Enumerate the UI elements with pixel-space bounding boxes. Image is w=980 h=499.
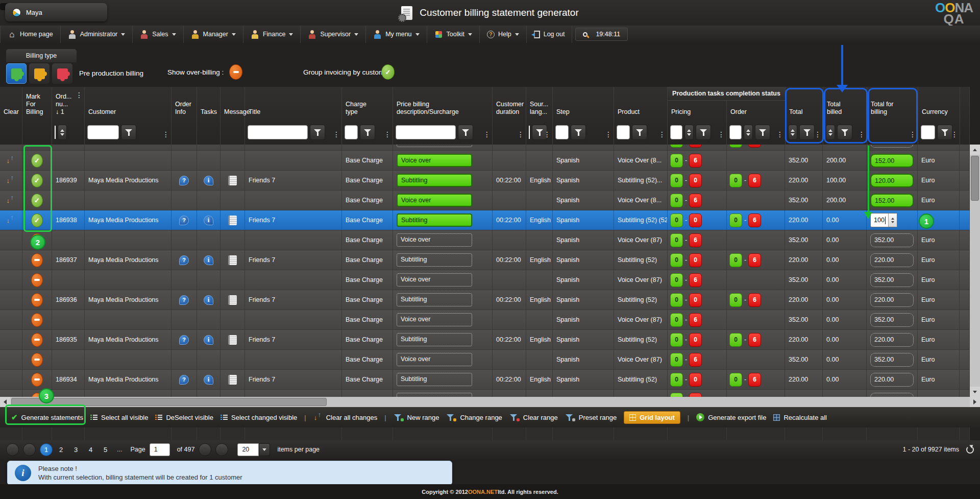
mark-for-billing-icon[interactable] <box>31 353 43 367</box>
column-menu-icon[interactable] <box>483 130 491 138</box>
product-filter-input[interactable] <box>617 125 630 139</box>
description-filter-button[interactable] <box>458 125 473 140</box>
scroll-up-button[interactable] <box>970 145 980 155</box>
order-info-cell[interactable] <box>172 370 197 389</box>
message-cell[interactable] <box>220 290 245 310</box>
message-cell[interactable] <box>220 370 245 389</box>
tasks-cell[interactable] <box>197 370 220 389</box>
vertical-scrollbar[interactable] <box>970 145 980 397</box>
step-filter-button[interactable] <box>571 125 586 140</box>
table-row[interactable]: Base Charge Voice over Spanish Voice Ove… <box>0 230 970 250</box>
row-mark-cell[interactable] <box>22 191 52 210</box>
table-row[interactable]: Base Charge Voice over Spanish Voice Ove… <box>0 270 970 290</box>
order-info-cell[interactable] <box>172 191 197 210</box>
column-header-order-info[interactable]: Order Info <box>172 87 197 145</box>
tasks-cell[interactable] <box>197 350 220 369</box>
message-cell[interactable] <box>220 151 245 170</box>
order-info-icon[interactable] <box>179 295 189 305</box>
tasks-info-icon[interactable] <box>204 375 213 385</box>
row-clear-cell[interactable] <box>0 210 22 230</box>
message-cell[interactable] <box>220 390 245 397</box>
table-row[interactable]: 186934 Maya Media Productions Friends 7 … <box>0 370 970 390</box>
column-header-title[interactable]: Title <box>245 87 342 145</box>
description-filter-input[interactable] <box>396 125 456 139</box>
row-clear-cell[interactable] <box>0 370 22 389</box>
table-row[interactable]: 186939 Maya Media Productions Friends 7 … <box>0 171 970 191</box>
page-number-input[interactable]: 1 <box>150 443 170 456</box>
group-invoicing-toggle[interactable] <box>381 64 395 80</box>
horizontal-scroll-thumb[interactable] <box>11 398 327 406</box>
price-billing-description-box[interactable]: Subtitling <box>397 373 472 386</box>
order-filter-button[interactable] <box>755 125 770 140</box>
row-clear-cell[interactable] <box>0 145 22 150</box>
order-info-cell[interactable] <box>172 151 197 170</box>
menu-item-sales[interactable]: Sales <box>133 26 183 43</box>
product-filter-button[interactable] <box>632 125 647 140</box>
tasks-cell[interactable] <box>197 270 220 290</box>
tasks-cell[interactable] <box>197 310 220 329</box>
column-header-order-number[interactable]: Ord... nu... ↓ 1 <box>52 87 85 145</box>
menu-item-finance[interactable]: Finance <box>243 26 301 43</box>
mark-for-billing-icon[interactable] <box>31 213 43 227</box>
order-info-icon[interactable] <box>179 255 189 265</box>
title-filter-button[interactable] <box>310 125 325 140</box>
menu-item-supervisor[interactable]: Supervisor <box>301 26 366 43</box>
price-billing-description-box[interactable]: Subtitling <box>397 253 472 267</box>
column-menu-icon[interactable] <box>333 130 340 138</box>
billing-type-pre-production-button[interactable] <box>6 63 27 84</box>
order-info-cell[interactable] <box>172 290 197 310</box>
row-mark-cell[interactable] <box>22 145 52 150</box>
price-billing-description-box[interactable]: Voice over <box>397 194 472 207</box>
scroll-left-button[interactable] <box>0 397 10 407</box>
column-header-mark-for-billing[interactable]: Mark For Billing <box>22 87 52 145</box>
message-cell[interactable] <box>220 230 245 250</box>
billing-type-production-button[interactable] <box>29 63 50 84</box>
tasks-cell[interactable] <box>197 290 220 310</box>
total-billed-filter-spinner[interactable] <box>826 125 835 140</box>
tasks-info-icon[interactable] <box>204 255 213 265</box>
column-header-clear[interactable]: Clear <box>0 87 22 145</box>
mark-for-billing-icon[interactable] <box>31 174 43 187</box>
row-clear-cell[interactable] <box>0 390 22 397</box>
column-menu-icon[interactable] <box>605 130 612 138</box>
charge-type-filter-button[interactable] <box>360 125 375 140</box>
new-range-button[interactable]: New range <box>394 413 439 421</box>
deselect-visible-button[interactable]: DeSelect visible <box>155 414 213 421</box>
column-header-total-billed[interactable]: Total billed <box>823 87 867 145</box>
input-spinner[interactable] <box>888 213 897 227</box>
row-mark-cell[interactable] <box>22 350 52 369</box>
row-mark-cell[interactable] <box>22 330 52 349</box>
row-mark-cell[interactable] <box>22 250 52 270</box>
tasks-info-icon[interactable] <box>204 176 213 185</box>
billing-type-post-production-button[interactable] <box>52 63 72 84</box>
mark-for-billing-icon[interactable] <box>31 233 43 247</box>
column-header-charge-type[interactable]: Charge type <box>342 87 393 145</box>
pricing-filter-input[interactable] <box>670 125 682 139</box>
order-info-cell[interactable] <box>172 210 197 230</box>
page-number-4[interactable]: 4 <box>84 443 97 456</box>
mark-for-billing-icon[interactable] <box>31 253 43 267</box>
order-info-icon[interactable] <box>179 216 189 225</box>
order-info-cell[interactable] <box>172 270 197 290</box>
tasks-cell[interactable] <box>197 330 220 349</box>
table-row[interactable]: 186937 Maya Media Productions Friends 7 … <box>0 250 970 270</box>
row-clear-cell[interactable] <box>0 330 22 349</box>
page-size-select[interactable]: 20 <box>237 443 259 456</box>
column-menu-icon[interactable] <box>517 130 524 138</box>
price-billing-description-box[interactable]: Subtitling <box>397 293 472 306</box>
previous-page-button[interactable] <box>23 443 36 456</box>
row-clear-cell[interactable] <box>0 171 22 190</box>
column-header-currency[interactable]: Currency <box>918 87 960 145</box>
row-mark-cell[interactable] <box>22 427 52 440</box>
mark-for-billing-icon[interactable] <box>31 273 43 287</box>
price-billing-description-box[interactable]: Voice over <box>397 154 472 167</box>
tasks-cell[interactable] <box>197 210 220 230</box>
column-menu-icon[interactable] <box>162 130 169 138</box>
menu-item-home-page[interactable]: Home page <box>0 26 61 43</box>
pricing-filter-spinner[interactable] <box>684 125 694 140</box>
message-icon[interactable] <box>228 335 237 345</box>
row-clear-cell[interactable] <box>0 270 22 290</box>
column-menu-icon[interactable] <box>776 130 783 138</box>
tasks-cell[interactable] <box>197 145 220 150</box>
mark-for-billing-icon[interactable] <box>31 194 43 207</box>
